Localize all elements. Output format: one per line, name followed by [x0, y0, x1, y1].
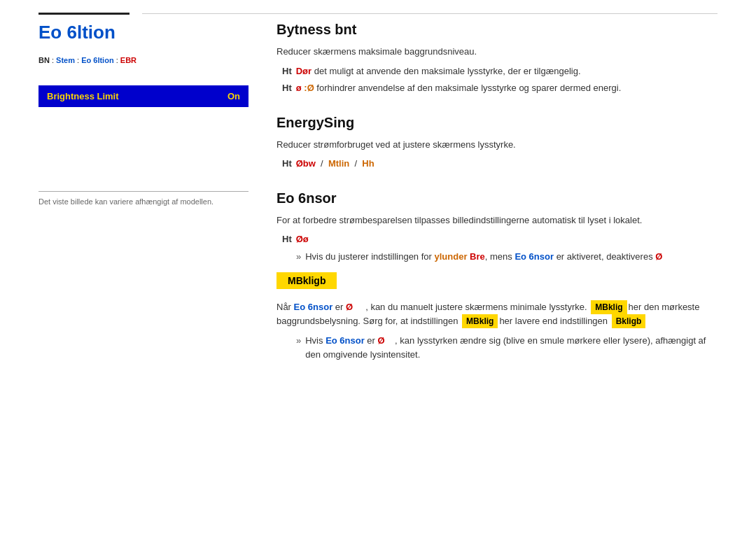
icon-off: Dør [296, 66, 312, 76]
bullet-brightness-2: ø :Ø forhindrer anvendelse af den maksim… [276, 81, 718, 95]
sub-bullet-text-2: Hvis Eo 6nsor er Ø , kan lysstyrken ændr… [305, 334, 718, 361]
bullet-text-2: ø :Ø forhindrer anvendelse af den maksim… [296, 81, 622, 95]
bullet-brightness-1: Dør det muligt at anvende den maksimale … [276, 64, 718, 78]
section-title-eco: Eo 6nsor [276, 190, 718, 206]
section-title-energy: EnergySing [276, 115, 718, 131]
icon-on: ø [296, 83, 302, 93]
val-bre: Bre [470, 251, 485, 262]
menu-item-value: On [227, 91, 240, 101]
val-high: Hh [362, 158, 374, 169]
sub-bullet-eco-2: Hvis Eo 6nsor er Ø , kan lysstyrken ændr… [276, 334, 718, 361]
section-brightness-limit: Bytness bnt Reducer skærmens maksimale b… [276, 22, 718, 95]
val-ecosensor-ref: Eo 6nsor [514, 251, 554, 262]
bullet-text-energy-1: Øbw / Mtlin / Hh [296, 157, 374, 171]
icon-state: :Ø [304, 83, 316, 93]
icon-eco-state: Øø [296, 234, 309, 244]
val-off-3: Ø [378, 335, 385, 346]
val-ecosensor-3: Eo 6nsor [326, 335, 365, 346]
sub-bullet-text-1: Hvis du justerer indstillingen for ylund… [305, 250, 662, 264]
bc-current: EBR [120, 56, 136, 64]
val-min: Mtlin [328, 158, 349, 169]
menu-item-label: Brightness Limit [47, 91, 119, 101]
badge-bkligb: Bkligb [612, 314, 646, 328]
page-title: Eo 6ltion [38, 22, 248, 43]
val-ylunder: ylunder [434, 251, 467, 262]
bc-item-2[interactable]: Eo 6ltion [81, 56, 113, 64]
val-deact: Ø [655, 251, 662, 262]
section-desc-energy: Reducer strømforbruget ved at justere sk… [276, 138, 718, 152]
top-bar [0, 0, 756, 15]
section-title-brightness: Bytness bnt [276, 22, 718, 38]
image-note: Det viste billede kan variere afhængigt … [38, 197, 248, 206]
badge-mbklig: MBklig [591, 300, 626, 314]
val-ecosensor-2: Eo 6nsor [294, 302, 333, 312]
section-eco-sensor: Eo 6nsor For at forbedre strømbesparelse… [276, 190, 718, 362]
menu-item-brightness-limit[interactable]: Brightness Limit On [38, 85, 248, 107]
right-panel: Bytness bnt Reducer skærmens maksimale b… [276, 22, 718, 381]
sub-bullet-eco-1: Hvis du justerer indstillingen for ylund… [276, 250, 718, 264]
breadcrumb: BN : Stem : Eo 6ltion : EBR [38, 56, 248, 64]
top-bar-line-left [38, 13, 130, 15]
section-desc-eco: For at forbedre strømbesparelsen tilpass… [276, 213, 718, 227]
top-bar-line-right [142, 13, 718, 14]
bc-item-1[interactable]: Stem [56, 56, 75, 64]
bullet-text-1: Dør det muligt at anvende den maksimale … [296, 64, 581, 78]
bc-label: BN [38, 56, 50, 64]
badge-mbklig-2: MBklig [462, 314, 498, 328]
bullet-energy-1: Øbw / Mtlin / Hh [276, 157, 718, 171]
bullet-text-eco-1: Øø [296, 232, 309, 246]
bullet-eco-1: Øø [276, 232, 718, 246]
main-layout: Eo 6ltion BN : Stem : Eo 6ltion : EBR Br… [0, 22, 756, 381]
section-desc-brightness: Reducer skærmens maksimale baggrundsnive… [276, 45, 718, 59]
highlight-minkligb: MBkligb [276, 272, 337, 289]
section-energy-saving: EnergySing Reducer strømforbruget ved at… [276, 115, 718, 171]
section-desc-eco-extra: Når Eo 6nsor er Ø , kan du manuelt juste… [276, 300, 718, 328]
val-off-2: Ø [346, 302, 353, 312]
left-image-area: Det viste billede kan variere afhængigt … [38, 191, 248, 206]
val-off: Øbw [296, 158, 316, 169]
left-panel: Eo 6ltion BN : Stem : Eo 6ltion : EBR Br… [38, 22, 248, 381]
